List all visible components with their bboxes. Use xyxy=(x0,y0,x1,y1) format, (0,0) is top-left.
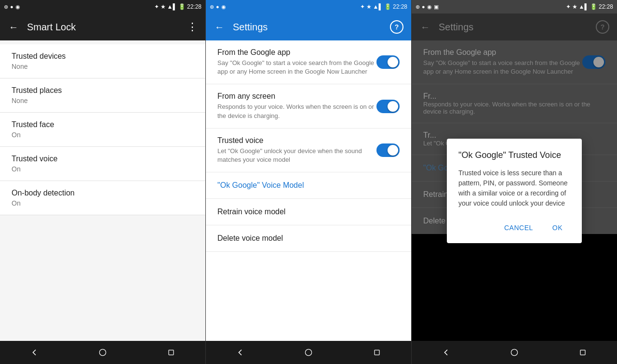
back-nav-icon-s2 xyxy=(235,348,245,357)
dialog-overlay: "Ok Google" Trusted Voice Trusted voice … xyxy=(412,40,617,341)
signal-icon-s2: ▲▌ xyxy=(373,3,383,10)
signal-icon: ▲▌ xyxy=(167,3,177,10)
screen3-back-nav[interactable] xyxy=(412,341,480,364)
from-any-screen-toggle[interactable] xyxy=(376,100,400,113)
trusted-voice-item[interactable]: Trusted voice On xyxy=(0,147,205,181)
star-icon-s3: ★ xyxy=(572,3,577,10)
dialog-actions: CANCEL OK xyxy=(458,216,570,239)
screen1: ⊕ ● ◉ ✦ ★ ▲▌ 🔋 22:28 ← Smart Lock ⋮ Trus… xyxy=(0,0,206,341)
screen2-toolbar: ← Settings ? xyxy=(206,13,411,40)
trusted-devices-title: Trusted devices xyxy=(12,52,194,61)
screen3-toolbar: ← Settings ? xyxy=(412,13,617,40)
screen1-back-nav[interactable] xyxy=(0,341,68,364)
back-button-s3[interactable]: ← xyxy=(419,21,431,33)
dialog-body: Trusted voice is less secure than a patt… xyxy=(458,168,570,208)
from-any-screen-item[interactable]: From any screen Responds to your voice. … xyxy=(206,84,411,128)
screen3-title: Settings xyxy=(439,22,596,33)
app-icon-s3-4: ▣ xyxy=(434,4,439,10)
battery-icon-s3: 🔋 xyxy=(590,3,597,10)
back-button-s2[interactable]: ← xyxy=(214,21,225,33)
settings-list-s2: From the Google app Say "Ok Google" to s… xyxy=(206,40,411,341)
on-body-detection-item[interactable]: On-body detection On xyxy=(0,181,205,215)
trusted-face-title: Trusted face xyxy=(12,120,194,129)
trusted-voice-toggle[interactable] xyxy=(376,143,400,157)
trusted-places-sub: None xyxy=(12,97,194,104)
screen3-recents-nav[interactable] xyxy=(549,341,617,364)
screen2-nav xyxy=(206,341,412,364)
star-icon-s2: ★ xyxy=(366,3,372,10)
battery-icon: 🔋 xyxy=(178,3,186,10)
screen2-recents-nav[interactable] xyxy=(343,341,411,364)
trusted-face-item[interactable]: Trusted face On xyxy=(0,113,205,147)
trusted-devices-sub: None xyxy=(12,63,194,70)
svg-rect-1 xyxy=(169,350,174,355)
screen1-home-nav[interactable] xyxy=(68,341,137,364)
smart-lock-list: Trusted devices None Trusted places None… xyxy=(0,40,205,341)
trusted-voice-setting-sub: Let "Ok Google" unlock your device when … xyxy=(217,147,376,164)
from-google-app-sub: Say "Ok Google" to start a voice search … xyxy=(217,59,376,76)
bottom-navigation xyxy=(0,341,617,364)
home-nav-icon xyxy=(98,348,107,357)
screen1-toolbar: ← Smart Lock ⋮ xyxy=(0,13,205,40)
time-display-s3: 22:28 xyxy=(599,3,613,10)
screen2-back-nav[interactable] xyxy=(206,341,274,364)
from-any-screen-title: From any screen xyxy=(217,92,376,101)
back-button[interactable]: ← xyxy=(8,21,19,33)
screen1-recents-nav[interactable] xyxy=(137,341,205,364)
home-nav-icon-s3 xyxy=(510,348,519,357)
trusted-voice-title: Trusted voice xyxy=(12,155,194,163)
help-button-s2[interactable]: ? xyxy=(390,20,403,34)
trusted-places-title: Trusted places xyxy=(12,86,194,95)
menu-button[interactable]: ⋮ xyxy=(186,21,198,33)
trusted-voice-setting-item[interactable]: Trusted voice Let "Ok Google" unlock you… xyxy=(206,129,411,172)
back-nav-icon-s3 xyxy=(441,348,451,357)
app-icon-s2-1: ⊕ xyxy=(210,4,214,10)
retrain-voice-model-s2[interactable]: Retrain voice model xyxy=(206,199,411,225)
dialog-ok-button[interactable]: OK xyxy=(545,220,570,235)
trusted-devices-item[interactable]: Trusted devices None xyxy=(0,44,205,78)
trusted-face-sub: On xyxy=(12,131,194,139)
screen3-status-bar: ⊕ ● ◉ ▣ ✦ ★ ▲▌ 🔋 22:28 xyxy=(412,0,617,13)
from-google-app-toggle[interactable] xyxy=(376,55,400,69)
screen2-status-bar: ⊕ ● ◉ ✦ ★ ▲▌ 🔋 22:28 xyxy=(206,0,411,13)
recents-nav-icon-s3 xyxy=(578,348,588,357)
from-google-app-item[interactable]: From the Google app Say "Ok Google" to s… xyxy=(206,40,411,84)
back-nav-icon xyxy=(29,348,39,357)
trusted-places-item[interactable]: Trusted places None xyxy=(0,78,205,113)
app-icon-telegram: ◉ xyxy=(15,4,20,10)
dialog-title: "Ok Google" Trusted Voice xyxy=(458,150,570,160)
trusted-voice-dialog: "Ok Google" Trusted Voice Trusted voice … xyxy=(447,139,582,243)
screen2-title: Settings xyxy=(233,22,390,33)
on-body-detection-sub: On xyxy=(12,199,194,207)
app-icon-s3-3: ◉ xyxy=(427,4,432,10)
app-icon-s3-2: ● xyxy=(422,4,425,10)
svg-point-0 xyxy=(99,349,106,355)
screen1-nav xyxy=(0,341,206,364)
from-any-screen-sub: Responds to your voice. Works when the s… xyxy=(217,103,376,120)
app-icon-whatsapp2: ● xyxy=(10,4,13,10)
screen3: ⊕ ● ◉ ▣ ✦ ★ ▲▌ 🔋 22:28 ← Settings ? xyxy=(412,0,617,341)
help-button-s3[interactable]: ? xyxy=(596,20,609,34)
trusted-voice-sub: On xyxy=(12,165,194,173)
screen2-home-nav[interactable] xyxy=(274,341,343,364)
home-nav-icon-s2 xyxy=(304,348,313,357)
star-icon: ★ xyxy=(161,3,166,10)
voice-model-header-s2[interactable]: "Ok Google" Voice Model xyxy=(206,172,411,199)
dialog-cancel-button[interactable]: CANCEL xyxy=(496,220,541,235)
screen1-status-bar: ⊕ ● ◉ ✦ ★ ▲▌ 🔋 22:28 xyxy=(0,0,205,13)
delete-voice-model-s2[interactable]: Delete voice model xyxy=(206,225,411,252)
screen2: ⊕ ● ◉ ✦ ★ ▲▌ 🔋 22:28 ← Settings ? From t… xyxy=(206,0,412,341)
app-icon-s3-1: ⊕ xyxy=(416,4,420,10)
screen3-nav xyxy=(412,341,617,364)
bluetooth-icon: ✦ xyxy=(154,3,159,10)
svg-rect-3 xyxy=(375,350,379,355)
screen1-title: Smart Lock xyxy=(27,22,186,33)
screen3-home-nav[interactable] xyxy=(480,341,549,364)
recents-nav-icon-s2 xyxy=(372,348,382,357)
app-icon-s2-2: ● xyxy=(216,4,219,10)
battery-icon-s2: 🔋 xyxy=(384,3,391,10)
svg-rect-5 xyxy=(580,350,585,355)
signal-icon-s3: ▲▌ xyxy=(579,3,589,10)
retrain-voice-title-s2: Retrain voice model xyxy=(217,208,400,216)
svg-point-2 xyxy=(305,349,311,355)
